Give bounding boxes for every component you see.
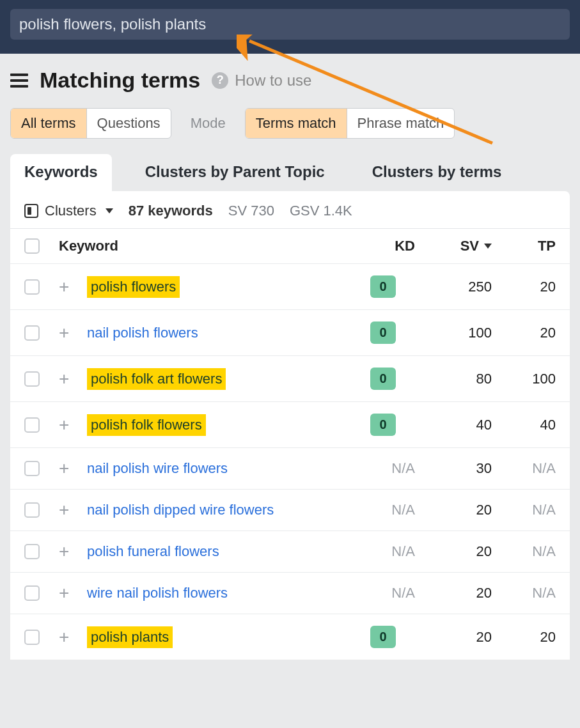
keyword-link[interactable]: polish folk art flowers [87, 368, 226, 390]
help-icon: ? [212, 72, 228, 89]
sv-value: 80 [415, 371, 492, 387]
tab-clusters-terms[interactable]: Clusters by terms [358, 154, 516, 191]
clusters-dropdown[interactable]: Clusters [24, 203, 113, 219]
expand-row-button[interactable]: + [59, 543, 87, 561]
row-checkbox[interactable] [24, 325, 40, 341]
keyword-link[interactable]: polish flowers [87, 276, 180, 298]
keyword-link[interactable]: polish folk flowers [87, 414, 206, 436]
row-checkbox[interactable] [24, 502, 40, 518]
keyword-link[interactable]: nail polish wire flowers [87, 460, 228, 476]
annotation-arrow [237, 35, 505, 162]
kd-na: N/A [391, 543, 415, 559]
keyword-link[interactable]: polish funeral flowers [87, 543, 219, 559]
col-kd[interactable]: KD [351, 238, 415, 254]
keyword-link[interactable]: polish plants [87, 626, 173, 648]
expand-row-button[interactable]: + [59, 628, 87, 646]
tp-na: N/A [532, 543, 556, 559]
sort-desc-icon [484, 244, 492, 249]
top-bar: polish flowers, polish plants [0, 0, 580, 54]
table-row: +wire nail polish flowersN/A20N/A [10, 572, 570, 614]
row-checkbox[interactable] [24, 417, 40, 433]
sv-value: 20 [415, 543, 492, 560]
tab-clusters-parent[interactable]: Clusters by Parent Topic [131, 154, 339, 191]
filter-all-terms[interactable]: All terms [11, 109, 86, 138]
filter-terms-match[interactable]: Terms match [246, 109, 347, 138]
terms-filter: All terms Questions [10, 108, 171, 139]
filter-questions[interactable]: Questions [86, 109, 171, 138]
tp-value: 20 [492, 279, 556, 295]
table-row: +polish folk flowers04040 [10, 401, 570, 447]
kd-na: N/A [391, 460, 415, 476]
page-title: Matching terms [40, 68, 200, 93]
row-checkbox[interactable] [24, 585, 40, 601]
tabs: Keywords Clusters by Parent Topic Cluste… [10, 154, 570, 191]
row-checkbox[interactable] [24, 630, 40, 645]
kd-badge: 0 [370, 275, 395, 298]
menu-icon[interactable] [10, 74, 28, 88]
table-row: +polish funeral flowersN/A20N/A [10, 531, 570, 572]
expand-row-button[interactable]: + [59, 501, 87, 519]
sv-value: 20 [415, 502, 492, 518]
kd-badge: 0 [370, 368, 395, 390]
sv-value: 30 [415, 460, 492, 477]
tp-value: 20 [492, 325, 556, 341]
expand-row-button[interactable]: + [59, 324, 87, 342]
table-row: +polish folk art flowers080100 [10, 355, 570, 401]
kd-badge: 0 [370, 414, 395, 436]
table-row: +polish plants02020 [10, 614, 570, 660]
sv-value: 40 [415, 417, 492, 433]
table-row: +nail polish dipped wire flowersN/A20N/A [10, 489, 570, 531]
kd-badge: 0 [370, 626, 395, 648]
clusters-label: Clusters [45, 203, 97, 219]
how-to-use-link[interactable]: ? How to use [212, 72, 311, 89]
select-all-checkbox[interactable] [24, 238, 40, 254]
sv-value: 100 [415, 325, 492, 341]
expand-row-button[interactable]: + [59, 416, 87, 434]
kd-na: N/A [391, 502, 415, 518]
keyword-link[interactable]: wire nail polish flowers [87, 585, 228, 601]
expand-row-button[interactable]: + [59, 460, 87, 477]
tp-value: 20 [492, 629, 556, 646]
tp-na: N/A [532, 460, 556, 476]
tab-keywords[interactable]: Keywords [10, 154, 112, 191]
filter-phrase-match[interactable]: Phrase match [347, 109, 455, 138]
results-panel: Clusters 87 keywords SV 730 GSV 1.4K Key… [10, 191, 570, 660]
clusters-icon [24, 204, 38, 218]
chevron-down-icon [106, 208, 113, 213]
keyword-link[interactable]: nail polish dipped wire flowers [87, 502, 274, 518]
table-row: +nail polish wire flowersN/A30N/A [10, 447, 570, 489]
page-body: Matching terms ? How to use All terms Qu… [0, 54, 580, 660]
keyword-link[interactable]: nail polish flowers [87, 325, 198, 341]
col-sv[interactable]: SV [415, 238, 492, 254]
row-checkbox[interactable] [24, 544, 40, 559]
filters-row: All terms Questions Mode Terms match Phr… [10, 108, 570, 139]
tp-na: N/A [532, 502, 556, 518]
gsv-total: GSV 1.4K [290, 203, 352, 219]
expand-row-button[interactable]: + [59, 370, 87, 388]
kd-badge: 0 [370, 321, 395, 344]
table-row: +polish flowers025020 [10, 263, 570, 309]
keywords-count: 87 keywords [129, 203, 213, 219]
expand-row-button[interactable]: + [59, 278, 87, 296]
search-input[interactable]: polish flowers, polish plants [10, 9, 570, 40]
table-body: +polish flowers025020+nail polish flower… [10, 263, 570, 660]
tp-na: N/A [532, 585, 556, 601]
kd-na: N/A [391, 585, 415, 601]
row-checkbox[interactable] [24, 461, 40, 476]
sv-value: 20 [415, 585, 492, 601]
match-filter: Terms match Phrase match [245, 108, 455, 139]
summary-bar: Clusters 87 keywords SV 730 GSV 1.4K [10, 191, 570, 228]
col-keyword[interactable]: Keyword [59, 238, 351, 254]
expand-row-button[interactable]: + [59, 584, 87, 602]
col-sv-label: SV [460, 238, 479, 254]
tp-value: 40 [492, 417, 556, 433]
tp-value: 100 [492, 371, 556, 387]
table-header: Keyword KD SV TP [10, 228, 570, 263]
table-row: +nail polish flowers010020 [10, 309, 570, 355]
col-tp[interactable]: TP [492, 238, 556, 254]
sv-value: 250 [415, 279, 492, 295]
mode-label: Mode [191, 115, 226, 132]
page-heading: Matching terms ? How to use [10, 68, 570, 93]
row-checkbox[interactable] [24, 371, 40, 387]
row-checkbox[interactable] [24, 279, 40, 295]
